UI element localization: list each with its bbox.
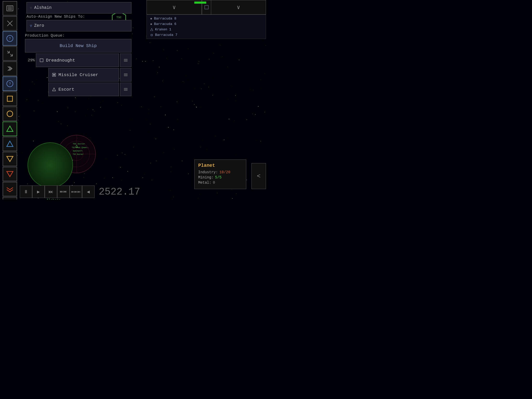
mini-map-circle <box>28 142 73 188</box>
industry-stat: Industry: 10/20 <box>198 170 242 174</box>
fastest-button[interactable]: ⏭⏭⏭ <box>70 185 82 198</box>
right-arrow-icon: < <box>257 173 261 180</box>
help2-icon: ? <box>6 79 14 88</box>
year-display: 2522.17 <box>99 186 140 197</box>
planet-name-input[interactable]: ○ Alshain <box>26 2 131 14</box>
escort-handle[interactable] <box>120 83 131 96</box>
chevron-down-icon: ∨ <box>172 4 176 11</box>
square-icon <box>40 58 43 62</box>
svg-point-35 <box>7 111 13 117</box>
triangle-down-red-icon <box>6 170 14 178</box>
svg-marker-37 <box>7 141 13 147</box>
triangle-down-gold-btn[interactable] <box>3 152 17 166</box>
back-button[interactable]: ◀ <box>82 185 95 198</box>
auto-assign-label: Auto-Assign New Ships To: <box>26 15 85 19</box>
svg-text:?: ? <box>9 82 11 86</box>
fast-forward-icon: ⏭ <box>49 189 53 195</box>
missile-cruiser-button[interactable]: Missile Cruiser <box>48 68 119 82</box>
svg-line-26 <box>7 51 9 53</box>
missile-cruiser-handle[interactable] <box>120 68 131 82</box>
svg-text:?: ? <box>9 37 11 41</box>
fleet-item-kraken1[interactable]: Kraken 1 <box>147 27 266 32</box>
play-icon: ▶ <box>37 189 40 195</box>
pause-button[interactable]: ⏸ <box>20 185 32 198</box>
triangle-down-gold-icon <box>6 155 14 163</box>
svg-rect-50 <box>40 59 43 62</box>
zero-fleet-text: Zero <box>34 23 44 28</box>
square-outline-icon <box>6 95 14 103</box>
planet-title: Planet <box>198 163 242 168</box>
escort-label: Escort <box>58 87 74 92</box>
main-panel: ○ Alshain Auto-Assign New Ships To: ▽ Ze… <box>20 0 134 99</box>
status-bar <box>194 2 206 4</box>
fleet-assign-input[interactable]: ▽ Zero <box>26 20 131 31</box>
fleet-panel: ∨ ∨ Barracuda 8 Barracuda 6 Kraken 1 <box>147 0 266 39</box>
circle-icon <box>6 110 14 118</box>
escort-button[interactable]: Escort <box>48 83 119 96</box>
menu-button[interactable] <box>3 1 17 16</box>
help-button[interactable]: ? <box>3 31 17 46</box>
fast-forward-button[interactable]: ⏭ <box>45 185 57 198</box>
planet-name-text: Alshain <box>34 5 51 10</box>
svg-rect-15 <box>205 5 208 9</box>
svg-marker-38 <box>7 156 13 162</box>
dreadnought-label: Dreadnought <box>46 58 75 63</box>
missile-cruiser-label: Missile Cruiser <box>58 72 98 77</box>
triangle-green-icon <box>6 125 14 133</box>
triangle-blue-icon <box>6 140 14 148</box>
triangle-green-btn[interactable] <box>3 122 17 136</box>
fleet-items-list: Barracuda 8 Barracuda 6 Kraken 1 Barracu… <box>147 15 266 39</box>
triangle-blue-btn[interactable] <box>3 137 17 151</box>
fastest-icon: ⏭⏭⏭ <box>71 190 81 194</box>
dreadnought-handle[interactable] <box>120 54 131 67</box>
forward-button[interactable] <box>3 61 17 76</box>
help-icon: ? <box>6 34 14 43</box>
bottom-bar: ⏸ ▶ ⏭ ⏭⏭ ⏭⏭⏭ ◀ 2522.17 <box>0 184 266 200</box>
svg-marker-16 <box>150 28 153 31</box>
menu-icon <box>6 4 14 12</box>
mining-value: 5/5 <box>215 175 222 179</box>
square-btn[interactable] <box>3 91 17 106</box>
svg-rect-55 <box>53 74 55 76</box>
pause-icon: ⏸ <box>24 189 28 195</box>
industry-value: 10/20 <box>220 170 230 174</box>
svg-rect-34 <box>7 96 12 101</box>
fleet-item-barracuda8[interactable]: Barracuda 8 <box>147 16 266 21</box>
fleet-dot <box>150 23 152 25</box>
close-icon <box>6 19 14 28</box>
chevron-right-icon <box>6 64 14 73</box>
square-icon-fleet <box>150 34 153 36</box>
fleet-item-barracuda7[interactable]: Barracuda 7 <box>147 32 266 38</box>
fleet-dropdown-left[interactable]: ∨ <box>147 0 202 14</box>
circle-btn[interactable] <box>3 107 17 121</box>
compress-icon <box>6 49 14 58</box>
compress-button[interactable] <box>3 46 17 61</box>
faster-button[interactable]: ⏭⏭ <box>57 185 70 198</box>
svg-marker-39 <box>7 171 13 177</box>
svg-line-29 <box>10 54 12 56</box>
svg-marker-59 <box>52 88 56 91</box>
dreadnought-button[interactable]: Dreadnought <box>36 54 119 67</box>
chevron-down-icon-2: ∨ <box>237 4 240 11</box>
help2-button[interactable]: ? <box>3 76 17 91</box>
mining-label: Mining: <box>198 175 214 179</box>
fleet-dot <box>150 18 152 19</box>
faster-icon: ⏭⏭ <box>60 190 67 194</box>
dreadnought-percent: 29% <box>22 58 35 63</box>
triangle-icon-q <box>52 88 56 91</box>
svg-rect-17 <box>151 34 152 36</box>
close-button[interactable] <box>3 16 17 31</box>
sidebar: ? ? <box>0 0 20 200</box>
industry-label: Industry: <box>198 170 218 174</box>
svg-marker-36 <box>7 126 13 131</box>
build-new-ship-button[interactable]: Build New Ship <box>25 39 131 52</box>
play-button[interactable]: ▶ <box>32 185 45 198</box>
mining-stat: Mining: 5/5 <box>198 175 242 179</box>
triangle-icon <box>150 28 153 31</box>
fleet-item-barracuda6[interactable]: Barracuda 6 <box>147 21 266 27</box>
back-icon: ◀ <box>87 189 90 195</box>
triangle-down-orange-btn[interactable] <box>3 167 17 181</box>
handle-icon-2 <box>123 72 128 77</box>
square-dot-icon-q <box>52 73 56 77</box>
fleet-dropdown-right[interactable]: ∨ <box>211 0 266 14</box>
